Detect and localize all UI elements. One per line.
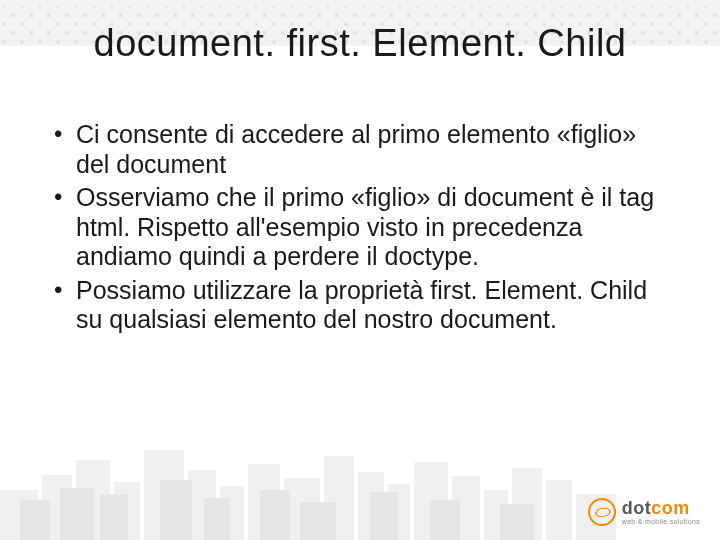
svg-rect-2 xyxy=(76,460,110,540)
svg-rect-1 xyxy=(42,475,72,540)
logo-main-accent: com xyxy=(651,498,690,518)
svg-rect-9 xyxy=(324,456,354,540)
svg-rect-23 xyxy=(260,490,290,540)
svg-rect-22 xyxy=(204,498,230,540)
svg-rect-3 xyxy=(114,482,140,540)
list-item: Possiamo utilizzare la proprietà first. … xyxy=(52,276,668,335)
svg-rect-20 xyxy=(100,494,128,540)
svg-rect-16 xyxy=(546,480,572,540)
svg-rect-7 xyxy=(248,464,280,540)
logo-icon xyxy=(588,498,616,526)
svg-rect-14 xyxy=(484,490,508,540)
svg-rect-18 xyxy=(20,500,50,540)
svg-rect-11 xyxy=(388,484,410,540)
svg-rect-8 xyxy=(284,478,320,540)
slide-body: Ci consente di accedere al primo element… xyxy=(52,120,668,339)
svg-rect-19 xyxy=(60,488,94,540)
logo-main-pre: dot xyxy=(622,498,651,518)
svg-rect-10 xyxy=(358,472,384,540)
svg-rect-0 xyxy=(0,490,38,540)
svg-rect-4 xyxy=(144,450,184,540)
svg-rect-24 xyxy=(300,502,336,540)
svg-rect-5 xyxy=(188,470,216,540)
logo-text: dotcom web & mobile solutions xyxy=(622,499,700,525)
logo-main: dotcom xyxy=(622,499,700,517)
slide-title: document. first. Element. Child xyxy=(0,22,720,65)
logo-sub: web & mobile solutions xyxy=(622,518,700,525)
svg-rect-27 xyxy=(500,504,534,540)
svg-rect-15 xyxy=(512,468,542,540)
svg-rect-21 xyxy=(160,480,192,540)
svg-rect-25 xyxy=(370,492,398,540)
list-item: Ci consente di accedere al primo element… xyxy=(52,120,668,179)
svg-rect-6 xyxy=(220,486,244,540)
svg-rect-26 xyxy=(430,500,460,540)
slide: document. first. Element. Child Ci conse… xyxy=(0,0,720,540)
bullet-list: Ci consente di accedere al primo element… xyxy=(52,120,668,335)
list-item: Osserviamo che il primo «figlio» di docu… xyxy=(52,183,668,272)
svg-rect-13 xyxy=(452,476,480,540)
logo: dotcom web & mobile solutions xyxy=(588,498,700,526)
svg-rect-12 xyxy=(414,462,448,540)
